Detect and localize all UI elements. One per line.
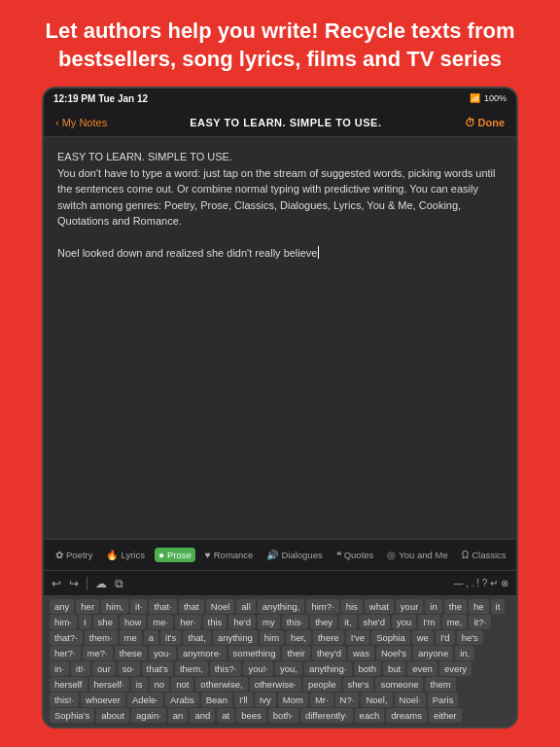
suggestion-word[interactable]: that, xyxy=(183,630,211,645)
suggestion-word[interactable]: herself xyxy=(50,677,88,692)
suggestion-word[interactable]: them, xyxy=(175,661,208,676)
suggestion-word[interactable]: we xyxy=(412,630,434,645)
suggestion-word[interactable]: N?· xyxy=(335,693,360,707)
genre-tab-classics[interactable]: Ω Classics xyxy=(458,548,510,562)
suggestion-word[interactable]: the xyxy=(444,599,467,614)
suggestion-word[interactable]: herself· xyxy=(89,677,129,692)
suggestion-word[interactable]: anything, xyxy=(258,599,305,614)
suggestion-word[interactable]: our xyxy=(92,661,116,676)
suggestion-word[interactable]: anymore· xyxy=(178,646,227,660)
suggestion-word[interactable]: Arabs xyxy=(165,693,199,707)
suggestion-word[interactable]: them· xyxy=(85,630,118,645)
suggestion-word[interactable]: Noel's xyxy=(376,646,411,660)
suggestion-word[interactable]: me?· xyxy=(83,646,113,660)
suggestion-word[interactable]: how xyxy=(120,615,146,629)
suggestion-word[interactable]: Noel xyxy=(206,599,235,614)
genre-tab-prose[interactable]: ● Prose xyxy=(155,548,195,562)
suggestion-word[interactable]: Sophia's xyxy=(50,708,94,723)
suggestion-word[interactable]: their xyxy=(282,646,309,660)
suggestion-word[interactable]: you, xyxy=(275,661,302,676)
suggestion-word[interactable]: anything· xyxy=(304,661,352,676)
suggestion-word[interactable]: I xyxy=(79,615,91,629)
suggestion-word[interactable]: Ivy xyxy=(255,693,276,707)
suggestion-word[interactable]: she'd xyxy=(359,615,390,629)
suggestion-word[interactable]: me· xyxy=(148,615,173,629)
suggestion-word[interactable]: him xyxy=(260,630,284,645)
redo-icon[interactable]: ↪ xyxy=(69,577,79,590)
suggestion-word[interactable]: a xyxy=(144,630,158,645)
suggestion-word[interactable]: it, xyxy=(339,615,356,629)
suggestion-word[interactable]: and xyxy=(190,708,215,723)
suggestion-word[interactable]: it?· xyxy=(469,615,491,629)
suggestion-word[interactable]: him?· xyxy=(306,599,338,614)
suggestion-word[interactable]: they'd xyxy=(312,646,346,660)
suggestion-word[interactable]: Adele· xyxy=(127,693,163,707)
cloud-icon[interactable]: ☁ xyxy=(95,577,107,590)
suggestion-word[interactable]: this!· xyxy=(50,693,79,707)
suggestion-word[interactable]: Mom xyxy=(278,693,308,707)
suggestion-word[interactable]: that· xyxy=(149,599,177,614)
suggestion-word[interactable]: in, xyxy=(455,646,474,660)
suggestion-word[interactable]: in xyxy=(425,599,441,614)
suggestion-word[interactable]: at xyxy=(217,708,234,723)
suggestion-word[interactable]: this· xyxy=(282,615,308,629)
suggestion-word[interactable]: dreams xyxy=(386,708,427,723)
suggestion-word[interactable]: Bean xyxy=(201,693,232,707)
suggestion-word[interactable]: anyone xyxy=(413,646,453,660)
suggestion-word[interactable]: each xyxy=(355,708,385,723)
suggestion-word[interactable]: anything xyxy=(213,630,258,645)
suggestion-word[interactable]: he xyxy=(469,599,489,614)
suggestion-word[interactable]: so· xyxy=(118,661,140,676)
suggestion-word[interactable]: that?· xyxy=(50,630,83,645)
suggestion-word[interactable]: you!· xyxy=(243,661,273,676)
back-button[interactable]: ‹ My Notes xyxy=(55,117,107,128)
suggestion-word[interactable]: either xyxy=(429,708,462,723)
suggestion-word[interactable]: otherwise, xyxy=(195,677,247,692)
copy-icon[interactable]: ⧉ xyxy=(115,577,123,590)
suggestion-word[interactable]: I'd xyxy=(436,630,455,645)
suggestion-word[interactable]: them xyxy=(425,677,455,692)
suggestion-word[interactable]: my xyxy=(258,615,280,629)
genre-tab-lyrics[interactable]: 🔥 Lyrics xyxy=(102,548,148,562)
suggestion-word[interactable]: something xyxy=(228,646,281,660)
suggestion-word[interactable]: her?· xyxy=(50,646,81,660)
suggestion-word[interactable]: her xyxy=(76,599,99,614)
suggestion-word[interactable]: her, xyxy=(286,630,311,645)
suggestion-word[interactable]: it's xyxy=(160,630,181,645)
suggestion-word[interactable]: I've xyxy=(346,630,370,645)
suggestion-word[interactable]: Paris xyxy=(428,693,459,707)
done-button[interactable]: ⏱ Done xyxy=(465,117,506,128)
suggestion-word[interactable]: bees xyxy=(236,708,266,723)
suggestion-word[interactable]: his xyxy=(341,599,363,614)
suggestion-word[interactable]: you xyxy=(392,615,416,629)
suggestion-word[interactable]: both xyxy=(354,661,382,676)
suggestion-word[interactable]: her· xyxy=(175,615,200,629)
suggestion-word[interactable]: is xyxy=(131,677,148,692)
suggestion-word[interactable]: I'm xyxy=(418,615,439,629)
suggestion-word[interactable]: an xyxy=(168,708,189,723)
suggestion-word[interactable]: your xyxy=(396,599,423,614)
suggestion-word[interactable]: even xyxy=(407,661,438,676)
suggestion-word[interactable]: both· xyxy=(268,708,298,723)
suggestion-word[interactable]: him, xyxy=(101,599,128,614)
suggestion-word[interactable]: he's xyxy=(457,630,483,645)
suggestion-word[interactable]: differently· xyxy=(300,708,353,723)
suggestion-word[interactable]: they xyxy=(310,615,337,629)
suggestion-word[interactable]: someone xyxy=(375,677,423,692)
suggestion-word[interactable]: Noel· xyxy=(395,693,426,707)
suggestion-word[interactable]: this xyxy=(203,615,228,629)
genre-tab-poetry[interactable]: ✿ Poetry xyxy=(52,548,96,562)
suggestion-word[interactable]: there xyxy=(313,630,344,645)
suggestion-word[interactable]: me xyxy=(120,630,142,645)
suggestion-word[interactable]: not xyxy=(171,677,193,692)
suggestion-word[interactable]: I'll xyxy=(234,693,253,707)
suggestion-word[interactable]: whoever xyxy=(81,693,125,707)
genre-tab-dialogues[interactable]: 🔊 Dialogues xyxy=(262,548,326,562)
suggestion-word[interactable]: it!· xyxy=(71,661,90,676)
suggestion-word[interactable]: but xyxy=(383,661,405,676)
suggestion-word[interactable]: this?· xyxy=(210,661,242,676)
suggestion-word[interactable]: any xyxy=(50,599,74,614)
suggestion-word[interactable]: all xyxy=(236,599,256,614)
suggestion-word[interactable]: these xyxy=(115,646,147,660)
suggestion-word[interactable]: no xyxy=(150,677,170,692)
